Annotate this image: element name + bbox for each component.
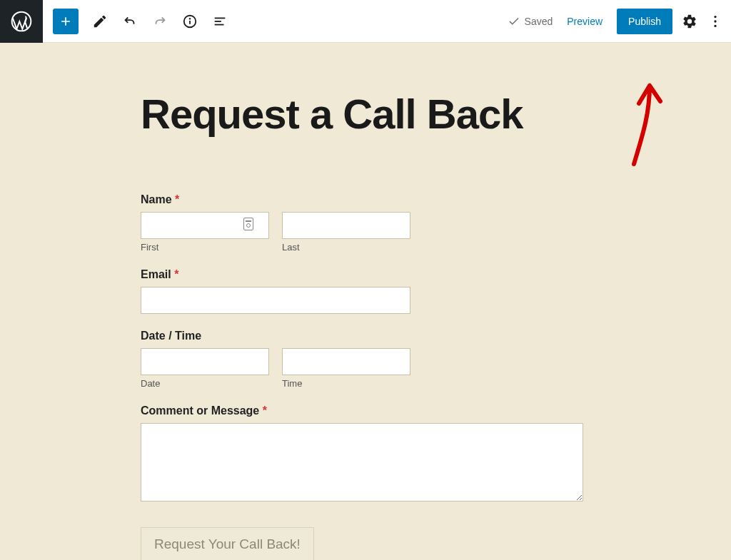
required-marker: * bbox=[263, 404, 267, 417]
page-content: Request a Call Back Name * First Last bbox=[141, 43, 590, 560]
contact-form: Name * First Last Emai bbox=[141, 193, 583, 560]
wordpress-logo[interactable] bbox=[0, 0, 43, 43]
first-name-input[interactable] bbox=[141, 212, 269, 239]
wordpress-icon bbox=[10, 10, 33, 33]
save-status-label: Saved bbox=[525, 16, 553, 27]
kebab-icon bbox=[707, 14, 723, 29]
more-options-button[interactable] bbox=[707, 13, 724, 30]
preview-button[interactable]: Preview bbox=[561, 11, 608, 31]
undo-button[interactable] bbox=[121, 13, 138, 30]
datetime-field: Date / Time Date Time bbox=[141, 330, 583, 389]
settings-button[interactable] bbox=[681, 13, 698, 30]
svg-point-9 bbox=[714, 24, 716, 26]
publish-button[interactable]: Publish bbox=[617, 9, 672, 34]
date-sublabel: Date bbox=[141, 378, 269, 389]
info-icon bbox=[182, 14, 198, 29]
date-input[interactable] bbox=[141, 348, 269, 375]
name-label-text: Name bbox=[141, 193, 172, 205]
info-button[interactable] bbox=[181, 13, 198, 30]
email-label: Email * bbox=[141, 268, 583, 281]
email-field: Email * bbox=[141, 268, 583, 314]
add-block-button[interactable] bbox=[53, 9, 79, 34]
required-marker: * bbox=[175, 193, 179, 205]
edit-tool-button[interactable] bbox=[91, 13, 109, 30]
last-name-sublabel: Last bbox=[282, 242, 410, 253]
last-name-input[interactable] bbox=[282, 212, 410, 239]
datetime-label: Date / Time bbox=[141, 330, 583, 342]
annotation-arrow bbox=[621, 78, 678, 171]
required-marker: * bbox=[174, 268, 178, 280]
list-outline-icon bbox=[212, 14, 228, 29]
first-name-sublabel: First bbox=[141, 242, 269, 253]
redo-icon bbox=[152, 14, 168, 29]
submit-button[interactable]: Request Your Call Back! bbox=[141, 527, 314, 560]
pencil-icon bbox=[92, 14, 108, 29]
time-input[interactable] bbox=[282, 348, 410, 375]
name-label: Name * bbox=[141, 193, 583, 206]
right-tool-group: Saved Preview Publish bbox=[508, 9, 731, 34]
left-tool-group bbox=[43, 9, 228, 34]
redo-button[interactable] bbox=[151, 13, 168, 30]
svg-point-8 bbox=[714, 20, 716, 22]
name-field: Name * First Last bbox=[141, 193, 583, 253]
comment-textarea[interactable] bbox=[141, 423, 583, 502]
plus-icon bbox=[59, 14, 73, 29]
comment-label: Comment or Message * bbox=[141, 404, 583, 417]
page-title[interactable]: Request a Call Back bbox=[141, 93, 590, 136]
comment-field: Comment or Message * bbox=[141, 404, 583, 504]
editor-canvas: Request a Call Back Name * First Last bbox=[0, 43, 731, 560]
editor-toolbar: Saved Preview Publish bbox=[0, 0, 731, 43]
email-input[interactable] bbox=[141, 287, 410, 314]
save-status: Saved bbox=[508, 15, 553, 28]
gear-icon bbox=[682, 14, 697, 29]
svg-point-3 bbox=[190, 18, 191, 19]
outline-button[interactable] bbox=[211, 13, 228, 30]
check-icon bbox=[508, 15, 520, 28]
undo-icon bbox=[122, 14, 138, 29]
svg-point-7 bbox=[714, 15, 716, 17]
email-label-text: Email bbox=[141, 268, 171, 280]
time-sublabel: Time bbox=[282, 378, 410, 389]
comment-label-text: Comment or Message bbox=[141, 404, 259, 417]
